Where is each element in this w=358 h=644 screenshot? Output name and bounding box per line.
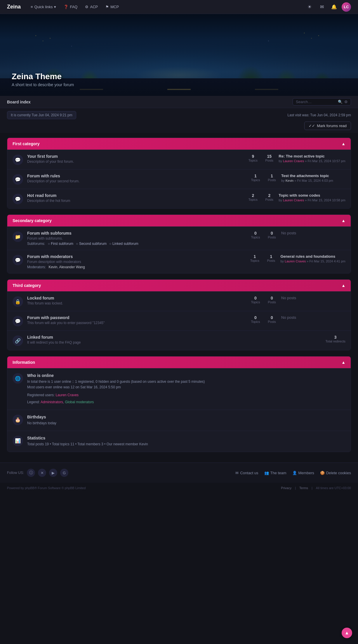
- no-posts-label: No posts: [281, 296, 345, 300]
- advanced-search-icon[interactable]: ⚙: [344, 100, 348, 104]
- user-avatar[interactable]: LC: [342, 2, 351, 12]
- footer-links: Privacy | Terms | All times are UTC+03:0…: [281, 486, 351, 490]
- last-post-title[interactable]: Test the attachments topic: [281, 174, 345, 178]
- subforum-link[interactable]: Second subforum: [79, 242, 107, 246]
- information-title: Information: [13, 360, 35, 365]
- subforum-link[interactable]: Linked subforum: [112, 242, 138, 246]
- site-logo[interactable]: Zeina: [7, 4, 21, 10]
- forum-row: 💬 Your first forum Description of your f…: [7, 150, 351, 169]
- category-first-header[interactable]: First category ▲: [7, 138, 351, 150]
- forum-row: 🔒 Locked forum This forum was locked. 0 …: [7, 291, 351, 311]
- mark-forums-read-button[interactable]: ✓✓ Mark forums read: [304, 122, 351, 130]
- social-info-icon[interactable]: ⓘ: [27, 469, 35, 477]
- search-icons: 🔍 ⚙: [338, 100, 348, 104]
- breadcrumb[interactable]: Board index: [7, 100, 31, 104]
- birthdays-row: 🎂 Birthdays No birthdays today: [7, 410, 351, 431]
- info-bar: It is currently Tue Jun 04, 2024 9:21 pm…: [0, 108, 358, 133]
- footer-nav: ✉ Contact us 👥 The team 👤 Members 🍪 Dele…: [235, 471, 351, 475]
- last-post-author[interactable]: Lauren Craves: [283, 159, 304, 163]
- forum-name[interactable]: Forum with rules: [27, 174, 246, 178]
- statistics-row: 📊 Statistics Total posts 19 • Total topi…: [7, 431, 351, 452]
- messages-button[interactable]: ✉: [317, 2, 326, 12]
- last-post-title[interactable]: General rules and foundations: [280, 254, 345, 259]
- navbar-faq[interactable]: ❓ FAQ: [61, 3, 80, 11]
- forum-row: 📁 Forum with subforums Forum with subfor…: [7, 226, 351, 250]
- members-link[interactable]: 👤 Members: [292, 471, 314, 475]
- flag-icon: ⚑: [105, 5, 109, 9]
- legend-mod[interactable]: Global moderators: [65, 400, 94, 404]
- no-posts-label: No posts: [281, 231, 345, 235]
- forum-folder-icon: 📁: [13, 231, 23, 242]
- forum-name[interactable]: Forum with password: [27, 315, 246, 320]
- forum-link-icon: 🔗: [13, 335, 23, 346]
- footer: Follow US: ⓘ ✕ ▶ G ✉ Contact us 👥 The te…: [0, 463, 358, 493]
- forum-row: 💬 Forum with rules Description of your s…: [7, 169, 351, 189]
- category-third-header[interactable]: Third category ▲: [7, 280, 351, 291]
- statistics-title: Statistics: [27, 436, 345, 440]
- forum-name[interactable]: Hot read forum: [27, 193, 244, 198]
- privacy-link[interactable]: Privacy: [281, 486, 291, 490]
- last-post-author[interactable]: Lauren Craves: [285, 259, 306, 263]
- chevron-up-icon: ▲: [341, 283, 345, 288]
- forum-chat-icon: 💬: [13, 174, 23, 185]
- forum-name[interactable]: Forum with moderators: [27, 254, 245, 259]
- forum-stats: 1 Topics 1 Posts: [250, 174, 277, 182]
- forum-topics-stat: 2 Topics: [248, 193, 258, 201]
- forum-desc: Forum with subforums.: [27, 236, 246, 240]
- search-input[interactable]: [296, 100, 336, 104]
- information-header[interactable]: Information ▲: [7, 356, 351, 368]
- copyright: Powered by phpBB® Forum Software © phpBB…: [7, 486, 86, 490]
- forum-redirects-stat: 3 Total redirects: [326, 335, 345, 343]
- forum-chat-icon: 💬: [13, 316, 23, 326]
- search-icon[interactable]: 🔍: [338, 100, 343, 104]
- forum-name[interactable]: Your first forum: [27, 154, 244, 159]
- navbar-icons: ☀ ✉ 🔔 LC: [305, 2, 351, 12]
- forum-stats: 9 Topics 15 Posts: [248, 154, 274, 162]
- navbar-links: ≡ Quick links ▾ ❓ FAQ ⚙ ACP ⚑ MCP: [28, 3, 305, 11]
- forum-posts-stat: 15 Posts: [264, 154, 274, 162]
- contact-us-link[interactable]: ✉ Contact us: [235, 471, 258, 475]
- social-youtube-icon[interactable]: ▶: [49, 469, 57, 477]
- forum-posts-stat: 0 Posts: [267, 231, 277, 239]
- theme-toggle-button[interactable]: ☀: [305, 2, 314, 12]
- forum-last-post: Re: The most active topic by Lauren Crav…: [279, 154, 345, 163]
- forum-stats: 2 Topics 2 Posts: [248, 193, 274, 201]
- delete-cookies-link[interactable]: 🍪 Delete cookies: [320, 471, 351, 475]
- birthdays-content: Birthdays No birthdays today: [27, 415, 345, 426]
- navbar-mcp[interactable]: ⚑ MCP: [102, 3, 122, 11]
- birthdays-text: No birthdays today: [27, 420, 345, 426]
- forum-desc: This forum will ask you to enter passwor…: [27, 321, 246, 325]
- chevron-up-icon: ▲: [341, 218, 345, 223]
- category-secondary-header[interactable]: Secondary category ▲: [7, 215, 351, 226]
- subforum-link[interactable]: First subforum: [51, 242, 73, 246]
- forum-main: Hot read forum Description of the hot fo…: [27, 193, 244, 203]
- moderator-name[interactable]: Alexander Wang: [59, 265, 85, 269]
- last-post-title[interactable]: Re: The most active topic: [279, 154, 345, 158]
- who-online-text: In total there is 1 user online :: 1 reg…: [27, 379, 345, 390]
- forum-chat-icon: 💬: [13, 255, 23, 265]
- last-post-author[interactable]: Kevin: [286, 179, 294, 182]
- registered-user-link[interactable]: Lauren Craves: [55, 393, 79, 397]
- last-post-title[interactable]: Topic with some codes: [279, 193, 345, 198]
- last-post-author[interactable]: Lauren Craves: [283, 198, 304, 202]
- navbar-quicklinks[interactable]: ≡ Quick links ▾: [28, 3, 59, 11]
- forum-main: Your first forum Description of your fir…: [27, 154, 244, 164]
- social-google-icon[interactable]: G: [60, 469, 68, 477]
- chevron-up-icon: ▲: [341, 141, 345, 146]
- social-twitter-icon[interactable]: ✕: [38, 469, 46, 477]
- moderator-name[interactable]: Kevin: [48, 265, 57, 269]
- chevron-down-icon: ▾: [54, 5, 56, 9]
- forum-name[interactable]: Locked forum: [27, 296, 246, 300]
- legend-admin[interactable]: Administrators: [41, 400, 63, 404]
- the-team-link[interactable]: 👥 The team: [264, 471, 286, 475]
- notifications-button[interactable]: 🔔: [329, 2, 339, 12]
- forum-title: Zeina Theme: [12, 72, 74, 81]
- category-third-title: Third category: [13, 283, 41, 288]
- forum-name[interactable]: Forum with subforums: [27, 231, 246, 236]
- hero-overlay: Zeina Theme A short text to describe you…: [12, 72, 74, 87]
- terms-link[interactable]: Terms: [299, 486, 308, 490]
- cake-icon: 🎂: [13, 415, 23, 425]
- forum-topics-stat: 0 Topics: [250, 296, 261, 304]
- forum-name[interactable]: Linked forum: [27, 335, 321, 340]
- navbar-acp[interactable]: ⚙ ACP: [82, 3, 101, 11]
